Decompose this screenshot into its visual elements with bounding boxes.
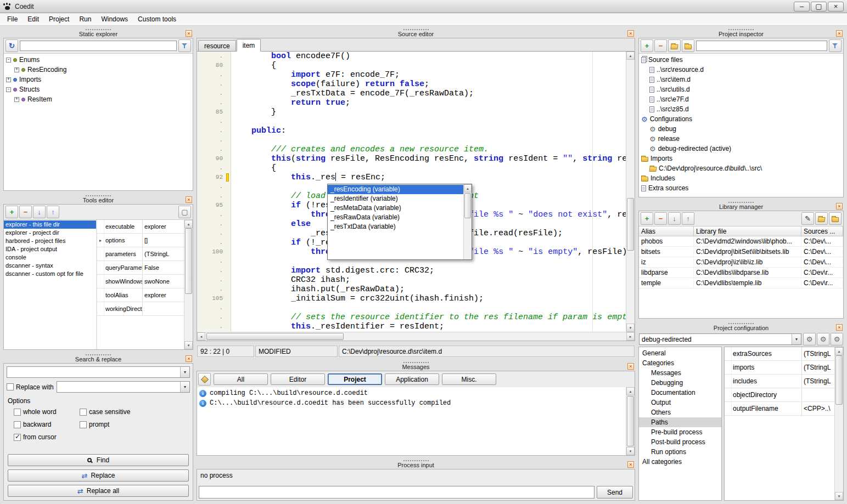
tree-item[interactable]: +ResItem [4,94,193,104]
add-folder-button[interactable] [682,39,694,52]
expander-icon[interactable]: + [14,97,19,102]
tree-item[interactable]: Includes [639,173,843,183]
editor-vertical-scrollbar[interactable] [626,52,635,332]
source-editor-header[interactable]: Source editor [197,29,635,38]
property-value[interactable] [143,302,184,315]
tree-item[interactable]: +Imports [4,75,193,84]
scrollbar-thumb[interactable] [835,355,843,405]
scroll-right-icon[interactable] [626,332,635,341]
code-line[interactable]: 90 this(string resFile, ResEncoding resE… [197,154,626,163]
tool-list-item[interactable]: harbored - project files [4,237,96,245]
expander-icon[interactable]: - [6,87,11,92]
code-line[interactable]: . { [197,163,626,173]
clear-messages-button[interactable] [198,373,211,386]
tree-item[interactable]: ..\src\utils.d [639,84,843,94]
minimize-button[interactable]: – [794,2,810,12]
tree-item[interactable]: ..\src\item.d [639,75,843,84]
category-item[interactable]: Debugging [639,378,721,388]
close-icon[interactable] [836,203,843,209]
clone-tool-button[interactable]: ▢ [178,206,191,218]
menu-windows[interactable]: Windows [96,14,133,25]
editor-horizontal-scrollbar[interactable] [197,332,635,341]
code-line[interactable]: . [197,135,626,145]
tool-list-item[interactable]: console [4,253,96,262]
property-value[interactable]: swoNone [143,275,184,288]
expander-icon[interactable]: - [6,58,11,63]
static-explorer-header[interactable]: Static explorer [3,29,193,38]
code-line[interactable]: . ihash.put(_resRawData); [197,285,626,294]
message-item[interactable]: icompiling C:\...\build\resource.d.coedi… [197,388,626,398]
tools-editor-header[interactable]: Tools editor [3,195,193,204]
remove-tool-button[interactable]: − [19,206,32,218]
scroll-up-icon[interactable] [626,52,635,60]
expander-icon[interactable]: + [6,77,11,82]
tool-list-item[interactable]: dscanner - syntax [4,262,96,270]
filter-sources-button[interactable] [829,39,842,52]
add-tool-button[interactable]: + [5,206,18,218]
tree-item[interactable]: Imports [639,154,843,163]
config-sync-button-1[interactable]: ⚙ [803,333,816,346]
messages-header[interactable]: Messages [197,361,635,371]
code-line[interactable]: 80 { [197,61,626,70]
tree-item[interactable]: ..\src\z85.d [639,104,843,114]
library-row[interactable]: templeC:\Dev\dlibs\temple.libC:\Dev\r... [639,278,843,288]
send-button[interactable]: Send [597,486,633,499]
expander-icon[interactable]: + [14,67,19,72]
completion-item[interactable]: _resIdentifier (variable) [328,194,463,203]
project-inspector-header[interactable]: Project inspector [638,29,844,38]
close-icon[interactable] [627,461,634,468]
tree-item[interactable]: -Structs [4,84,193,94]
scroll-left-icon[interactable] [197,332,205,341]
chevron-down-icon[interactable] [180,382,189,392]
code-line[interactable]: . import e7F: encode_7F; [197,70,626,80]
scroll-up-icon[interactable] [626,387,635,395]
property-value[interactable]: (TStringL [802,361,834,374]
move-library-up-button[interactable]: ↑ [682,212,694,225]
tree-item[interactable]: ⚙release [639,134,843,144]
search-replace-header[interactable]: Search & replace [3,354,193,363]
code-line[interactable]: . _resTxtData = encode_7F(_resRawData); [197,89,626,98]
category-item[interactable]: Paths [639,417,721,427]
completion-item[interactable]: _resTxtData (variable) [328,222,463,231]
property-row[interactable]: includes(TStringL [725,375,834,388]
category-item[interactable]: Pre-build process [639,427,721,437]
messages-filter-all[interactable]: All [214,373,268,385]
replace-all-button[interactable]: Replace all [8,485,189,497]
tree-item[interactable]: Extra sources [639,183,843,193]
edit-library-button[interactable]: ✎ [801,212,814,225]
remove-source-button[interactable]: − [654,39,667,52]
code-line[interactable]: . bool encodee7F() [197,52,626,61]
category-item[interactable]: Others [639,407,721,417]
close-icon[interactable] [186,355,192,362]
scroll-up-icon[interactable] [464,184,472,192]
property-row[interactable]: outputFilename<CPP>..\ [725,402,834,416]
close-icon[interactable] [836,30,843,37]
scroll-down-icon[interactable] [626,447,635,455]
process-input-header[interactable]: Process input [197,460,635,469]
library-row[interactable]: izC:\Dev\dproj\iz\lib\iz.libC:\Dev\... [639,257,843,268]
close-icon[interactable] [836,324,843,331]
code-line[interactable]: . import std.digest.crc: CRC32; [197,266,626,275]
property-row[interactable]: imports(TStringL [725,361,834,375]
property-row[interactable]: ▸options[] [97,234,184,247]
category-item[interactable]: General [639,348,721,358]
code-line[interactable]: 105 _initialSum = crc322uint(ihash.finis… [197,294,626,303]
code-line[interactable]: . [197,117,626,126]
scrollbar-thumb[interactable] [627,198,634,251]
config-sync-button-2[interactable]: ⚙ [817,333,829,346]
checkbox-backward[interactable]: backward [14,421,78,428]
tree-item[interactable]: -Enums [4,55,193,65]
tree-item[interactable]: ⚙debug [639,124,843,134]
filter-clear-button[interactable] [178,39,191,52]
tools-grid-scrollbar[interactable] [184,220,193,349]
open-folder-button[interactable] [668,39,681,52]
completion-scrollbar[interactable] [463,184,472,259]
configuration-scrollbar[interactable] [834,347,843,500]
messages-filter-editor[interactable]: Editor [271,373,325,385]
refresh-button[interactable]: ↻ [5,39,18,52]
tree-item[interactable]: ..\src\resource.d [639,65,843,75]
checkbox-from-cursor[interactable]: from cursor [14,433,78,441]
category-item[interactable]: Post-build process [639,437,721,447]
code-line[interactable]: 92 this._res = resEnc; [197,173,626,182]
property-row[interactable]: toolAliasexplorer [97,288,184,302]
